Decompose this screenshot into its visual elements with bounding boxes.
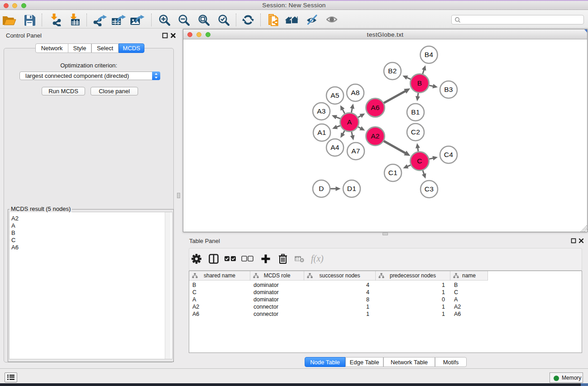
svg-text:A1: A1	[317, 129, 326, 136]
svg-text:A6: A6	[371, 104, 380, 111]
svg-text:A7: A7	[351, 147, 360, 155]
svg-text:B1: B1	[411, 108, 420, 116]
svg-text:B: B	[417, 79, 422, 87]
svg-text:C2: C2	[411, 128, 420, 136]
svg-text:A5: A5	[330, 91, 339, 99]
svg-text:C4: C4	[444, 151, 453, 158]
svg-text:A2: A2	[371, 132, 380, 140]
svg-text:B3: B3	[444, 86, 453, 93]
svg-text:A8: A8	[351, 89, 360, 96]
svg-text:D: D	[319, 185, 324, 192]
svg-text:B2: B2	[388, 67, 397, 75]
svg-text:C3: C3	[425, 185, 434, 193]
svg-text:A4: A4	[330, 143, 339, 151]
svg-text:A3: A3	[317, 107, 326, 115]
svg-text:D1: D1	[347, 185, 356, 192]
svg-text:A: A	[347, 118, 352, 126]
svg-text:B4: B4	[425, 51, 434, 58]
svg-text:C1: C1	[388, 169, 397, 176]
svg-text:C: C	[417, 157, 422, 165]
